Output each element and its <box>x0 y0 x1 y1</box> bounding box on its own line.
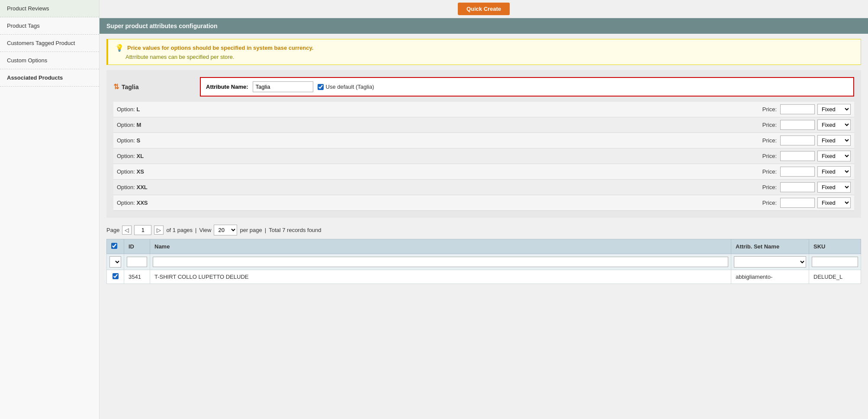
type-select-xs[interactable]: FixedPercent <box>817 166 851 177</box>
row-id: 3541 <box>124 270 150 284</box>
attribute-name-input[interactable] <box>253 81 313 92</box>
attr-name-label: Attribute Name: <box>206 84 248 90</box>
table-header-row: ID Name Attrib. Set Name SKU <box>107 239 861 254</box>
filter-attrib-cell <box>731 254 809 270</box>
price-label-xl: Price: <box>762 153 777 159</box>
select-all-checkbox[interactable] <box>111 243 117 249</box>
option-name-xxl: Option: XXL <box>117 184 762 190</box>
filter-sku-cell <box>809 254 861 270</box>
sidebar-item-label: Product Tags <box>7 23 40 29</box>
th-checkbox <box>107 239 124 254</box>
attribute-name-box: Attribute Name: Use default (Taglia) <box>200 77 854 97</box>
sidebar-item-associated-products[interactable]: Associated Products <box>0 69 99 87</box>
row-name: T-SHIRT COLLO LUPETTO DELUDE <box>150 270 731 284</box>
th-id: ID <box>124 239 150 254</box>
row-attrib: abbigliamento- <box>731 270 809 284</box>
type-select-xxs[interactable]: FixedPercent <box>817 197 851 208</box>
price-label-xs: Price: <box>762 168 777 175</box>
option-name-s: Option: S <box>117 137 762 144</box>
th-attrib: Attrib. Set Name <box>731 239 809 254</box>
option-name-l: Option: L <box>117 106 762 113</box>
sidebar-item-product-tags[interactable]: Product Tags <box>0 17 99 35</box>
use-default-checkbox[interactable] <box>318 84 324 90</box>
price-input-s[interactable] <box>780 135 815 145</box>
use-default-label[interactable]: Use default (Taglia) <box>318 84 374 90</box>
filter-name-input[interactable] <box>153 257 728 267</box>
type-select-s[interactable]: FixedPercent <box>817 135 851 146</box>
prev-page-btn[interactable]: ◁ <box>122 226 132 235</box>
main-content: Quick Create Super product attributes co… <box>100 0 868 419</box>
price-label-m: Price: <box>762 122 777 128</box>
table-filter-row: YesNoAny <box>107 254 861 270</box>
sidebar-item-custom-options[interactable]: Custom Options <box>0 52 99 69</box>
section-title: Super product attributes configuration <box>106 23 218 29</box>
pipe2: | <box>265 227 266 233</box>
price-input-xs[interactable] <box>780 167 815 177</box>
filter-sku-input[interactable] <box>812 257 858 267</box>
option-row: Option: L Price: FixedPercent <box>113 102 854 117</box>
sidebar: Product Reviews Product Tags Customers T… <box>0 0 100 419</box>
view-label: View <box>199 227 211 233</box>
option-row: Option: S Price: FixedPercent <box>113 133 854 148</box>
option-name-xl: Option: XL <box>117 153 762 159</box>
quick-create-button[interactable]: Quick Create <box>458 3 510 15</box>
sidebar-item-label: Associated Products <box>7 74 63 81</box>
row-checkbox-cell <box>107 270 124 284</box>
type-select-m[interactable]: FixedPercent <box>817 119 851 130</box>
products-table: ID Name Attrib. Set Name SKU YesNoAny <box>106 239 861 284</box>
total-records: Total 7 records found <box>269 227 321 233</box>
option-name-xxs: Option: XXS <box>117 200 762 206</box>
option-row: Option: M Price: FixedPercent <box>113 117 854 133</box>
next-page-btn[interactable]: ▷ <box>154 226 164 235</box>
taglia-label: ⇅ Taglia <box>113 83 200 91</box>
bulb-icon: 💡 <box>115 44 124 52</box>
price-input-l[interactable] <box>780 104 815 114</box>
sidebar-item-product-reviews[interactable]: Product Reviews <box>0 0 99 17</box>
option-name-xs: Option: XS <box>117 168 762 175</box>
filter-attrib-select[interactable] <box>734 256 806 268</box>
filter-yes-select[interactable]: YesNoAny <box>109 256 121 268</box>
price-input-xl[interactable] <box>780 151 815 161</box>
row-checkbox[interactable] <box>113 273 119 279</box>
filter-name-cell <box>150 254 731 270</box>
price-input-m[interactable] <box>780 120 815 130</box>
th-name: Name <box>150 239 731 254</box>
price-input-xxl[interactable] <box>780 182 815 192</box>
price-label-xxs: Price: <box>762 200 777 206</box>
sidebar-item-label: Customers Tagged Product <box>7 40 75 46</box>
option-name-m: Option: M <box>117 122 762 128</box>
option-row: Option: XS Price: FixedPercent <box>113 164 854 180</box>
type-select-xl[interactable]: FixedPercent <box>817 151 851 161</box>
info-line2: Attrribute names can be specified per st… <box>115 54 854 60</box>
price-input-xxs[interactable] <box>780 198 815 208</box>
pipe1: | <box>195 227 196 233</box>
row-sku: DELUDE_L <box>809 270 861 284</box>
th-sku: SKU <box>809 239 861 254</box>
pagination: Page ◁ ▷ of 1 pages | View 2050100 per p… <box>106 225 861 235</box>
taglia-row: ⇅ Taglia Attribute Name: Use default (Ta… <box>113 77 854 97</box>
section-header: Super product attributes configuration <box>100 18 868 34</box>
price-label-l: Price: <box>762 106 777 113</box>
options-table: Option: L Price: FixedPercent Option: M … <box>113 102 854 211</box>
sidebar-item-customers-tagged[interactable]: Customers Tagged Product <box>0 35 99 52</box>
info-line1: 💡 Price values for options should be spe… <box>115 44 854 52</box>
price-label-s: Price: <box>762 137 777 144</box>
of-pages-label: of 1 pages <box>166 227 193 233</box>
option-row: Option: XXL Price: FixedPercent <box>113 180 854 195</box>
per-page-label: per page <box>240 227 262 233</box>
page-number-input[interactable] <box>134 225 151 235</box>
top-bar: Quick Create <box>100 0 868 18</box>
option-row: Option: XL Price: FixedPercent <box>113 148 854 164</box>
filter-id-input[interactable] <box>127 257 147 267</box>
filter-id-cell <box>124 254 150 270</box>
sort-icon: ⇅ <box>113 83 119 91</box>
option-row: Option: XXS Price: FixedPercent <box>113 195 854 211</box>
view-per-page-select[interactable]: 2050100 <box>214 225 237 235</box>
info-box: 💡 Price values for options should be spe… <box>106 39 861 65</box>
sidebar-item-label: Product Reviews <box>7 5 49 12</box>
table-row: 3541 T-SHIRT COLLO LUPETTO DELUDE abbigl… <box>107 270 861 284</box>
price-label-xxl: Price: <box>762 184 777 190</box>
type-select-l[interactable]: FixedPercent <box>817 104 851 115</box>
sidebar-item-label: Custom Options <box>7 57 47 64</box>
type-select-xxl[interactable]: FixedPercent <box>817 182 851 193</box>
